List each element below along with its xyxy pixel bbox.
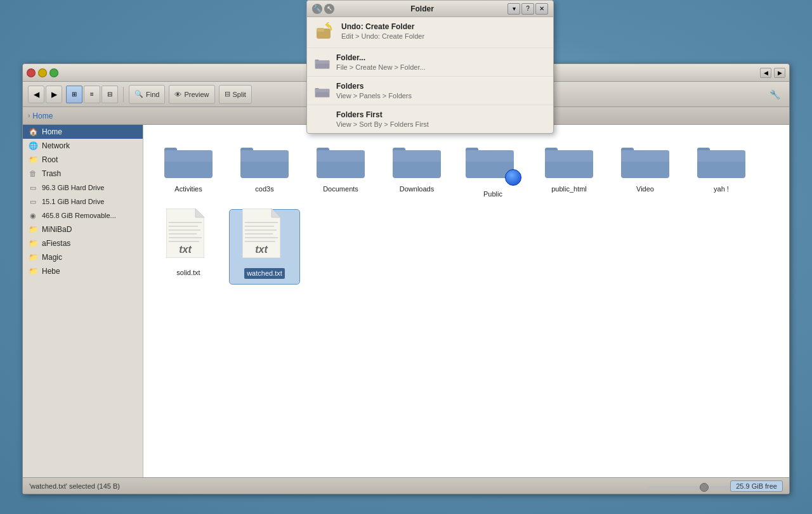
magic-icon: 📁 bbox=[28, 252, 38, 262]
find-button[interactable]: 🔍 Find bbox=[129, 85, 165, 104]
forward-button[interactable]: ▶ bbox=[46, 86, 62, 103]
file-item-downloads[interactable]: Downloads bbox=[382, 135, 452, 203]
file-grid: Activities cod3s bbox=[154, 135, 779, 284]
folder-cod3s-icon bbox=[239, 140, 290, 181]
sidebar-item-hd151[interactable]: ▭ 15.1 GiB Hard Drive bbox=[23, 195, 143, 209]
sidebar-item-minibad[interactable]: 📁 MiNiBaD bbox=[23, 222, 143, 236]
view-icons-button[interactable]: ⊞ bbox=[66, 86, 82, 103]
file-item-activities[interactable]: Activities bbox=[154, 135, 223, 203]
folder-new-icon bbox=[315, 56, 330, 71]
dropdown-search-btn[interactable]: ▾ bbox=[508, 3, 520, 15]
settings-button[interactable]: 🔧 bbox=[765, 86, 784, 103]
folder-downloads-icon bbox=[391, 140, 442, 181]
svg-rect-5 bbox=[240, 150, 289, 162]
view-buttons: ⊞ ≡ ⊟ bbox=[66, 86, 118, 103]
title-nav: ◀ ▶ bbox=[760, 68, 785, 78]
trash-icon: 🗑 bbox=[28, 169, 38, 179]
sidebar-item-home[interactable]: 🏠 Home bbox=[23, 125, 143, 139]
dropdown-title: Folder bbox=[341, 4, 504, 13]
close-button[interactable] bbox=[27, 68, 36, 77]
breadcrumb: › Home bbox=[28, 112, 53, 120]
svg-rect-8 bbox=[317, 150, 365, 162]
afiestas-icon: 📁 bbox=[28, 238, 38, 248]
dropdown-help-btn[interactable]: ? bbox=[521, 3, 534, 15]
minimize-button[interactable] bbox=[38, 68, 47, 77]
root-icon: 📁 bbox=[28, 155, 38, 165]
status-bar: 'watched.txt' selected (145 B) 25.9 GiB … bbox=[23, 477, 789, 494]
dropdown-item-undo[interactable]: Undo: Create Folder Edit > Undo: Create … bbox=[307, 17, 553, 48]
txt-solid-icon: txt bbox=[166, 209, 204, 258]
find-icon: 🔍 bbox=[134, 90, 143, 98]
svg-marker-25 bbox=[195, 209, 204, 217]
svg-rect-2 bbox=[164, 150, 213, 162]
sidebar: 🏠 Home 🌐 Network 📁 Root 🗑 Trash ▭ 96.3 G… bbox=[23, 125, 143, 477]
folders-panel-text: Folders View > Panels > Folders bbox=[336, 82, 412, 100]
maximize-button[interactable] bbox=[49, 68, 58, 77]
file-item-solid-txt[interactable]: txt solid.txt bbox=[154, 210, 223, 283]
svg-text:txt: txt bbox=[179, 244, 192, 255]
dropdown-close-btn[interactable]: ✕ bbox=[535, 3, 548, 15]
view-detail-button[interactable]: ⊟ bbox=[102, 86, 118, 103]
removable-icon: ◉ bbox=[28, 210, 38, 221]
breadcrumb-arrow: › bbox=[28, 112, 30, 119]
zoom-slider[interactable] bbox=[648, 486, 737, 489]
svg-rect-14 bbox=[466, 150, 514, 162]
split-icon: ⊟ bbox=[225, 90, 230, 98]
svg-rect-23 bbox=[697, 150, 745, 162]
file-item-documents[interactable]: Documents bbox=[306, 135, 376, 203]
main-area: 🏠 Home 🌐 Network 📁 Root 🗑 Trash ▭ 96.3 G… bbox=[23, 125, 789, 477]
nav-next-button[interactable]: ▶ bbox=[774, 68, 785, 78]
sidebar-item-root[interactable]: 📁 Root bbox=[23, 153, 143, 167]
breadcrumb-home[interactable]: Home bbox=[32, 112, 53, 120]
dropdown-header-icon2: ↖ bbox=[324, 4, 334, 14]
sidebar-item-magic[interactable]: 📁 Magic bbox=[23, 250, 143, 264]
zoom-slider-container bbox=[641, 482, 730, 490]
dropdown-item-folder-new[interactable]: Folder... File > Create New > Folder... bbox=[307, 48, 553, 77]
minibad-icon: 📁 bbox=[28, 224, 38, 235]
dropdown-header-controls: ▾ ? ✕ bbox=[508, 3, 548, 15]
folder-documents-icon bbox=[315, 140, 366, 181]
preview-button[interactable]: 👁 Preview bbox=[169, 85, 214, 104]
nav-prev-button[interactable]: ◀ bbox=[760, 68, 771, 78]
dropdown-item-folders-first[interactable]: Folders First View > Sort By > Folders F… bbox=[307, 105, 553, 133]
file-item-cod3s[interactable]: cod3s bbox=[230, 135, 299, 203]
home-icon: 🏠 bbox=[28, 127, 38, 137]
folders-panel-icon bbox=[315, 84, 330, 100]
content-area: Activities cod3s bbox=[143, 125, 789, 477]
status-text: 'watched.txt' selected (145 B) bbox=[29, 482, 641, 490]
sidebar-item-hebe[interactable]: 📁 Hebe bbox=[23, 264, 143, 278]
separator-1 bbox=[123, 87, 124, 102]
svg-rect-49 bbox=[315, 89, 330, 92]
svg-rect-46 bbox=[315, 60, 330, 63]
sidebar-item-network[interactable]: 🌐 Network bbox=[23, 139, 143, 153]
harddrive-963-icon: ▭ bbox=[28, 183, 38, 193]
folder-public-html-icon bbox=[544, 140, 594, 181]
svg-rect-11 bbox=[393, 150, 441, 162]
folder-video-icon bbox=[620, 140, 671, 181]
txt-watched-icon: txt bbox=[242, 209, 280, 258]
window-controls bbox=[27, 68, 58, 77]
split-button[interactable]: ⊟ Split bbox=[219, 85, 252, 104]
folder-activities-icon bbox=[163, 140, 214, 181]
sidebar-item-hd963[interactable]: ▭ 96.3 GiB Hard Drive bbox=[23, 181, 143, 195]
sidebar-item-removable[interactable]: ◉ 465.8 GiB Removable... bbox=[23, 209, 143, 222]
preview-icon: 👁 bbox=[174, 91, 181, 98]
nav-arrows: ◀ ▶ bbox=[28, 86, 62, 103]
dropdown-item-folders-panel[interactable]: Folders View > Panels > Folders bbox=[307, 77, 553, 105]
folders-first-icon bbox=[315, 113, 330, 128]
sidebar-item-trash[interactable]: 🗑 Trash bbox=[23, 167, 143, 181]
svg-rect-43 bbox=[317, 28, 324, 32]
file-item-video[interactable]: Video bbox=[610, 135, 680, 203]
view-list-button[interactable]: ≡ bbox=[84, 86, 100, 103]
network-icon: 🌐 bbox=[28, 141, 38, 151]
svg-marker-34 bbox=[272, 209, 280, 217]
file-item-public[interactable]: Public bbox=[458, 135, 528, 203]
sidebar-item-afiestas[interactable]: 📁 aFiestas bbox=[23, 236, 143, 250]
file-item-public-html[interactable]: public_html bbox=[534, 135, 604, 203]
folder-yah-icon bbox=[696, 140, 747, 181]
globe-icon bbox=[505, 169, 521, 186]
undo-icon bbox=[315, 22, 335, 42]
file-item-watched-txt[interactable]: txt watched.txt bbox=[230, 210, 299, 283]
file-item-yah[interactable]: yah ! bbox=[686, 135, 756, 203]
back-button[interactable]: ◀ bbox=[28, 86, 44, 103]
